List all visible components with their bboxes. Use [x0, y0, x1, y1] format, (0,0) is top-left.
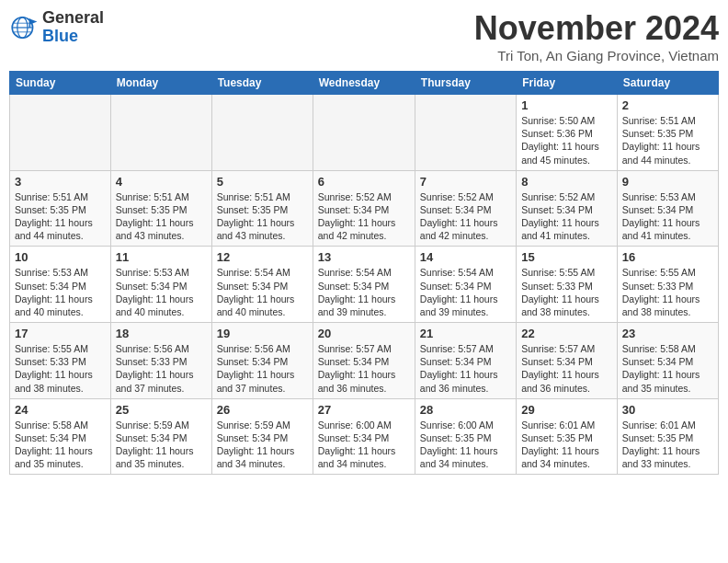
day-number: 22	[521, 327, 612, 340]
day-number: 15	[521, 250, 612, 264]
logo-general-text: General	[42, 8, 104, 27]
title-section: November 2024 Tri Ton, An Giang Province…	[474, 9, 719, 63]
day-number: 28	[420, 403, 511, 417]
calendar-header-row: SundayMondayTuesdayWednesdayThursdayFrid…	[10, 72, 719, 95]
day-header-sunday: Sunday	[10, 72, 111, 95]
day-info: Sunrise: 5:52 AM Sunset: 5:34 PM Dayligh…	[318, 190, 410, 243]
calendar-cell: 21Sunrise: 5:57 AM Sunset: 5:34 PM Dayli…	[415, 323, 516, 399]
day-info: Sunrise: 5:58 AM Sunset: 5:34 PM Dayligh…	[15, 419, 106, 471]
day-number: 9	[622, 175, 713, 189]
calendar-cell: 3Sunrise: 5:51 AM Sunset: 5:35 PM Daylig…	[10, 170, 111, 247]
calendar-cell: 24Sunrise: 5:58 AM Sunset: 5:34 PM Dayli…	[10, 398, 111, 475]
calendar-cell: 1Sunrise: 5:50 AM Sunset: 5:36 PM Daylig…	[517, 95, 618, 171]
day-number: 7	[420, 175, 511, 189]
day-number: 10	[15, 250, 106, 264]
day-number: 1	[521, 98, 612, 112]
day-info: Sunrise: 5:51 AM Sunset: 5:35 PM Dayligh…	[116, 190, 207, 243]
day-number: 16	[622, 250, 713, 264]
day-number: 24	[15, 403, 106, 417]
day-header-wednesday: Wednesday	[313, 72, 415, 95]
calendar-cell	[110, 95, 211, 171]
calendar-cell: 12Sunrise: 5:54 AM Sunset: 5:34 PM Dayli…	[211, 247, 313, 323]
day-info: Sunrise: 5:50 AM Sunset: 5:36 PM Dayligh…	[521, 114, 612, 167]
day-number: 3	[15, 175, 106, 189]
day-info: Sunrise: 6:00 AM Sunset: 5:34 PM Dayligh…	[318, 419, 410, 471]
calendar-cell: 9Sunrise: 5:53 AM Sunset: 5:34 PM Daylig…	[617, 170, 718, 247]
day-number: 4	[116, 175, 207, 189]
day-number: 25	[116, 403, 207, 417]
day-info: Sunrise: 6:00 AM Sunset: 5:35 PM Dayligh…	[420, 419, 511, 471]
day-info: Sunrise: 5:57 AM Sunset: 5:34 PM Dayligh…	[318, 342, 410, 395]
calendar-cell: 20Sunrise: 5:57 AM Sunset: 5:34 PM Dayli…	[313, 323, 415, 399]
day-header-tuesday: Tuesday	[211, 72, 313, 95]
day-header-saturday: Saturday	[617, 72, 718, 95]
calendar-week-2: 3Sunrise: 5:51 AM Sunset: 5:35 PM Daylig…	[10, 170, 719, 247]
day-header-thursday: Thursday	[415, 72, 516, 95]
calendar-cell: 16Sunrise: 5:55 AM Sunset: 5:33 PM Dayli…	[617, 247, 718, 323]
calendar-cell: 15Sunrise: 5:55 AM Sunset: 5:33 PM Dayli…	[517, 247, 618, 323]
day-info: Sunrise: 5:58 AM Sunset: 5:34 PM Dayligh…	[622, 342, 713, 395]
calendar-cell: 17Sunrise: 5:55 AM Sunset: 5:33 PM Dayli…	[10, 323, 111, 399]
day-info: Sunrise: 6:01 AM Sunset: 5:35 PM Dayligh…	[521, 419, 612, 471]
calendar-week-1: 1Sunrise: 5:50 AM Sunset: 5:36 PM Daylig…	[10, 95, 719, 171]
calendar-cell	[10, 95, 111, 171]
calendar-cell: 25Sunrise: 5:59 AM Sunset: 5:34 PM Dayli…	[110, 398, 211, 475]
day-info: Sunrise: 5:55 AM Sunset: 5:33 PM Dayligh…	[521, 266, 612, 318]
day-info: Sunrise: 5:56 AM Sunset: 5:33 PM Dayligh…	[116, 342, 207, 395]
calendar-cell: 11Sunrise: 5:53 AM Sunset: 5:34 PM Dayli…	[110, 247, 211, 323]
day-number: 11	[116, 250, 207, 264]
month-title: November 2024	[474, 9, 719, 48]
day-number: 17	[15, 327, 106, 340]
day-info: Sunrise: 5:54 AM Sunset: 5:34 PM Dayligh…	[217, 266, 308, 318]
day-info: Sunrise: 5:57 AM Sunset: 5:34 PM Dayligh…	[521, 342, 612, 395]
day-number: 8	[521, 175, 612, 189]
day-info: Sunrise: 6:01 AM Sunset: 5:35 PM Dayligh…	[622, 419, 713, 471]
calendar-cell: 18Sunrise: 5:56 AM Sunset: 5:33 PM Dayli…	[110, 323, 211, 399]
calendar-cell: 13Sunrise: 5:54 AM Sunset: 5:34 PM Dayli…	[313, 247, 415, 323]
calendar-cell: 2Sunrise: 5:51 AM Sunset: 5:35 PM Daylig…	[617, 95, 718, 171]
calendar-cell	[211, 95, 313, 171]
calendar-cell: 6Sunrise: 5:52 AM Sunset: 5:34 PM Daylig…	[313, 170, 415, 247]
day-info: Sunrise: 5:52 AM Sunset: 5:34 PM Dayligh…	[420, 190, 511, 243]
calendar-cell: 19Sunrise: 5:56 AM Sunset: 5:34 PM Dayli…	[211, 323, 313, 399]
calendar-cell: 30Sunrise: 6:01 AM Sunset: 5:35 PM Dayli…	[617, 398, 718, 475]
page-header: General Blue November 2024 Tri Ton, An G…	[9, 9, 719, 63]
day-number: 27	[318, 403, 410, 417]
calendar-cell: 27Sunrise: 6:00 AM Sunset: 5:34 PM Dayli…	[313, 398, 415, 475]
day-header-monday: Monday	[110, 72, 211, 95]
calendar-cell: 5Sunrise: 5:51 AM Sunset: 5:35 PM Daylig…	[211, 170, 313, 247]
calendar-cell: 22Sunrise: 5:57 AM Sunset: 5:34 PM Dayli…	[517, 323, 618, 399]
day-info: Sunrise: 5:54 AM Sunset: 5:34 PM Dayligh…	[420, 266, 511, 318]
day-header-friday: Friday	[517, 72, 618, 95]
calendar-cell	[313, 95, 415, 171]
day-info: Sunrise: 5:51 AM Sunset: 5:35 PM Dayligh…	[622, 114, 713, 167]
day-info: Sunrise: 5:59 AM Sunset: 5:34 PM Dayligh…	[217, 419, 308, 471]
day-info: Sunrise: 5:53 AM Sunset: 5:34 PM Dayligh…	[15, 266, 106, 318]
day-number: 19	[217, 327, 308, 340]
day-number: 5	[217, 175, 308, 189]
day-info: Sunrise: 5:57 AM Sunset: 5:34 PM Dayligh…	[420, 342, 511, 395]
calendar-cell	[415, 95, 516, 171]
calendar-cell: 8Sunrise: 5:52 AM Sunset: 5:34 PM Daylig…	[517, 170, 618, 247]
day-number: 6	[318, 175, 410, 189]
day-info: Sunrise: 5:54 AM Sunset: 5:34 PM Dayligh…	[318, 266, 410, 318]
day-info: Sunrise: 5:53 AM Sunset: 5:34 PM Dayligh…	[116, 266, 207, 318]
day-number: 30	[622, 403, 713, 417]
day-number: 12	[217, 250, 308, 264]
day-info: Sunrise: 5:53 AM Sunset: 5:34 PM Dayligh…	[622, 190, 713, 243]
calendar-cell: 23Sunrise: 5:58 AM Sunset: 5:34 PM Dayli…	[617, 323, 718, 399]
calendar-cell: 26Sunrise: 5:59 AM Sunset: 5:34 PM Dayli…	[211, 398, 313, 475]
calendar-cell: 29Sunrise: 6:01 AM Sunset: 5:35 PM Dayli…	[517, 398, 618, 475]
day-info: Sunrise: 5:51 AM Sunset: 5:35 PM Dayligh…	[217, 190, 308, 243]
day-number: 29	[521, 403, 612, 417]
day-info: Sunrise: 5:52 AM Sunset: 5:34 PM Dayligh…	[521, 190, 612, 243]
calendar-cell: 7Sunrise: 5:52 AM Sunset: 5:34 PM Daylig…	[415, 170, 516, 247]
calendar-table: SundayMondayTuesdayWednesdayThursdayFrid…	[9, 71, 719, 475]
day-info: Sunrise: 5:55 AM Sunset: 5:33 PM Dayligh…	[15, 342, 106, 395]
day-info: Sunrise: 5:55 AM Sunset: 5:33 PM Dayligh…	[622, 266, 713, 318]
day-number: 2	[622, 98, 713, 112]
calendar-cell: 14Sunrise: 5:54 AM Sunset: 5:34 PM Dayli…	[415, 247, 516, 323]
calendar-week-3: 10Sunrise: 5:53 AM Sunset: 5:34 PM Dayli…	[10, 247, 719, 323]
day-info: Sunrise: 5:59 AM Sunset: 5:34 PM Dayligh…	[116, 419, 207, 471]
day-number: 21	[420, 327, 511, 340]
